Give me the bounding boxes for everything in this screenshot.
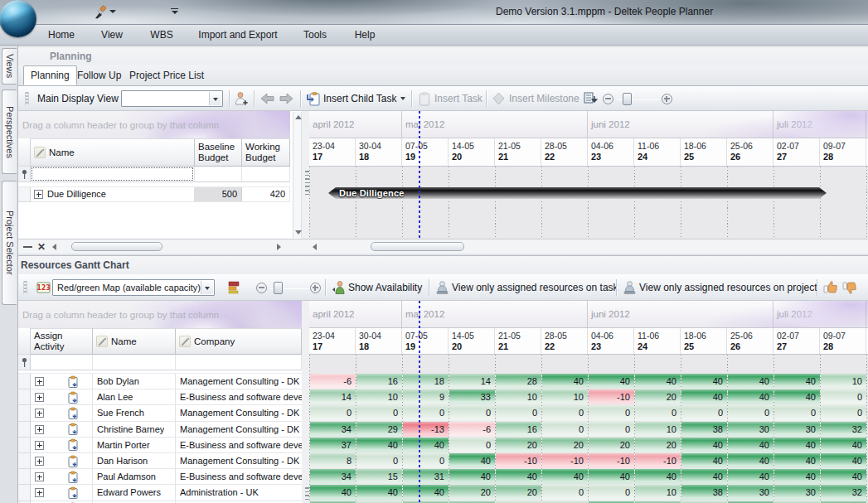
capacity-cell[interactable]: 0 — [589, 405, 634, 420]
gantt-hscroll-thumb[interactable] — [371, 242, 464, 251]
hscroll-thumb[interactable] — [71, 242, 162, 251]
capacity-cell[interactable]: 10 — [496, 389, 541, 404]
paintbrush-dropdown-icon[interactable] — [109, 10, 116, 13]
capacity-cell[interactable]: 14 — [310, 389, 356, 404]
resource-name-cell[interactable]: Bob Dylan — [93, 374, 176, 389]
capacity-cell[interactable]: 40 — [728, 453, 773, 468]
grid-heatmap-splitter[interactable] — [302, 301, 309, 503]
assign-activity-icon[interactable] — [67, 438, 80, 454]
capacity-cell[interactable]: 40 — [821, 453, 866, 468]
capacity-cell[interactable]: 33 — [449, 389, 495, 404]
thumb-up-icon[interactable] — [823, 281, 838, 297]
capacity-cell[interactable]: 30 — [728, 422, 773, 437]
capacity-cell[interactable]: 40 — [356, 485, 402, 500]
expand-icon[interactable] — [35, 472, 44, 481]
capacity-cell[interactable]: 0 — [542, 422, 588, 437]
capacity-cell[interactable]: 0 — [356, 405, 402, 420]
baseline-budget-cell[interactable]: 500 — [195, 187, 242, 202]
view-assigned-project-icon[interactable] — [623, 280, 637, 297]
vscroll-up-icon[interactable] — [295, 115, 302, 119]
company-cell[interactable]: Management Consulting - DK — [176, 374, 302, 389]
paintbrush-icon[interactable] — [93, 5, 108, 22]
capacity-cell[interactable]: 40 — [728, 438, 773, 452]
capacity-cell[interactable]: -6 — [310, 374, 356, 389]
gantt-hscroll-left-icon[interactable] — [313, 244, 317, 250]
resource-name-cell[interactable]: Paul Adamson — [93, 469, 176, 485]
menu-item-wbs[interactable]: WBS — [150, 25, 172, 45]
expand-icon[interactable] — [35, 393, 44, 402]
add-resource-icon[interactable] — [234, 91, 248, 109]
vscroll-down-icon[interactable] — [295, 230, 302, 235]
show-availability-icon[interactable] — [332, 280, 346, 297]
tab-follow-up[interactable]: Follow Up — [70, 66, 128, 85]
assign-activity-cell[interactable] — [31, 405, 93, 421]
capacity-cell[interactable]: 40 — [356, 438, 402, 452]
capacity-cell[interactable]: 10 — [542, 389, 588, 404]
capacity-cell[interactable]: 40 — [635, 469, 681, 484]
insert-child-task-label[interactable]: Insert Child Task — [323, 93, 396, 104]
expand-icon[interactable] — [35, 425, 44, 434]
company-cell[interactable]: E-Business and software deve — [176, 469, 302, 485]
capacity-cell[interactable]: 14 — [449, 374, 495, 389]
number-format-icon[interactable]: 123 — [36, 282, 51, 296]
menu-item-tools[interactable]: Tools — [303, 25, 327, 45]
capacity-cell[interactable]: 20 — [635, 389, 681, 404]
capacity-cell[interactable]: 0 — [356, 453, 402, 468]
menu-item-help[interactable]: Help — [355, 25, 376, 45]
capacity-cell[interactable]: 32 — [821, 422, 866, 437]
capacity-cell[interactable]: 31 — [403, 469, 449, 484]
capacity-cell[interactable]: 9 — [403, 389, 449, 404]
column-header-working-budget[interactable]: Working Budget — [242, 138, 290, 167]
capacity-cell[interactable]: 0 — [449, 405, 495, 420]
resource-name-cell[interactable]: Alan Lee — [93, 389, 176, 405]
capacity-cell[interactable]: 18 — [403, 374, 449, 389]
capacity-cell[interactable]: 40 — [635, 374, 681, 389]
company-cell[interactable]: Administration - UK — [176, 485, 302, 501]
company-cell[interactable]: Management Consulting - DK — [176, 405, 302, 421]
resource-name-cell[interactable]: Sue French — [93, 405, 176, 421]
zoom-in-icon[interactable] — [662, 94, 672, 104]
view-assigned-task-label[interactable]: View only assigned resources on task — [452, 282, 618, 293]
assign-activity-icon[interactable] — [67, 455, 80, 471]
assign-activity-cell[interactable] — [31, 438, 93, 453]
menu-item-import-and-export[interactable]: Import and Export — [198, 25, 277, 45]
assign-activity-cell[interactable] — [31, 374, 93, 389]
collapse-button[interactable] — [23, 246, 32, 249]
capacity-cell[interactable]: 40 — [681, 469, 727, 484]
capacity-cell[interactable]: 0 — [542, 405, 588, 420]
insert-child-task-dropdown-icon[interactable] — [400, 97, 405, 100]
capacity-cell[interactable]: 40 — [310, 485, 356, 500]
capacity-cell[interactable]: 40 — [542, 374, 588, 389]
capacity-cell[interactable]: 10 — [635, 485, 681, 500]
capacity-cell[interactable]: 32 — [821, 485, 866, 500]
zoom-slider-thumb[interactable] — [623, 93, 632, 105]
capacity-cell[interactable]: -10 — [496, 453, 541, 468]
capacity-cell[interactable]: 30 — [728, 485, 773, 500]
expand-icon[interactable] — [35, 409, 44, 418]
assign-activity-cell[interactable] — [31, 422, 93, 438]
thumb-down-icon[interactable] — [842, 281, 857, 297]
assign-activity-cell[interactable] — [31, 453, 93, 469]
capacity-cell[interactable]: 40 — [403, 438, 449, 452]
zoom-in-icon[interactable] — [310, 283, 321, 293]
column-header-assign-activity[interactable]: Assign Activity — [31, 328, 93, 355]
map-mode-combobox[interactable]: Red/green Map (available capacity) — [52, 279, 215, 296]
hscroll-right-icon[interactable] — [277, 244, 281, 250]
capacity-cell[interactable]: 10 — [356, 389, 402, 404]
menu-item-view[interactable]: View — [101, 25, 123, 45]
capacity-cell[interactable]: -6 — [449, 422, 495, 437]
show-availability-label[interactable]: Show Availability — [348, 282, 422, 293]
capacity-cell[interactable]: 40 — [728, 389, 773, 404]
capacity-cell[interactable]: 40 — [681, 438, 727, 452]
company-cell[interactable]: E-Business and software deve — [176, 389, 302, 405]
capacity-cell[interactable]: 0 — [635, 405, 681, 420]
assign-activity-cell[interactable] — [31, 389, 93, 405]
capacity-cell[interactable]: 0 — [728, 405, 773, 420]
filter-cell-baseline-budget[interactable] — [195, 167, 242, 182]
combobox-dropdown-icon[interactable] — [201, 281, 213, 294]
capacity-cell[interactable]: 0 — [774, 405, 820, 420]
capacity-cell[interactable]: 0 — [403, 405, 449, 420]
capacity-cell[interactable]: 40 — [774, 389, 820, 404]
capacity-cell[interactable]: 40 — [681, 374, 727, 389]
filter-cell-name[interactable] — [93, 355, 176, 370]
